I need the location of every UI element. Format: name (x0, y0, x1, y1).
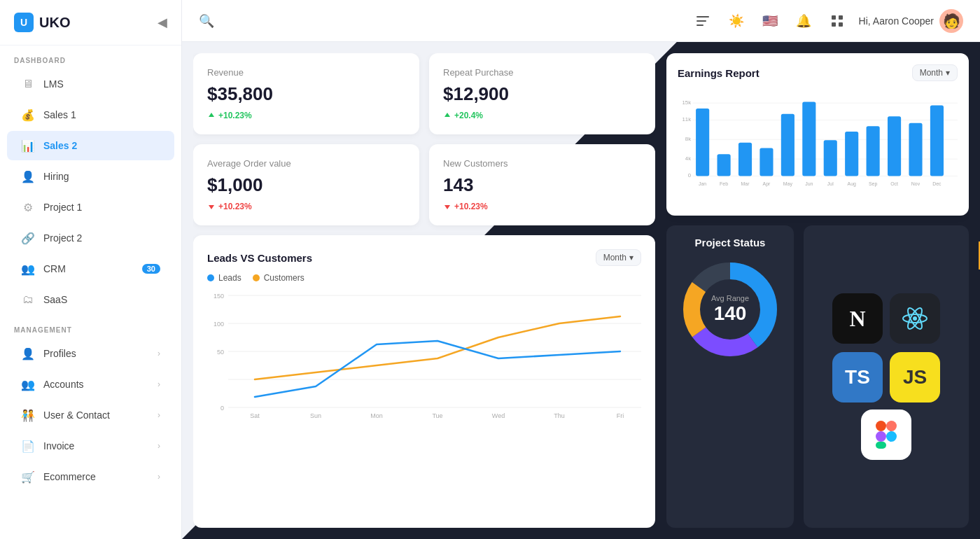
sidebar-item-invoice[interactable]: 📄 Invoice › (7, 431, 174, 461)
bell-icon-button[interactable]: 🔔 (792, 9, 816, 33)
sidebar-item-profiles[interactable]: 👤 Profiles › (7, 339, 174, 368)
crm-badge: 30 (142, 264, 160, 274)
project-status-title: Project Status (695, 237, 766, 248)
earnings-bar-chart: 15k 11k 8k 4k 0 (678, 90, 958, 202)
svg-rect-67 (876, 431, 886, 442)
new-customers-label: New Customers (443, 158, 641, 169)
sidebar-item-label: User & Contact (43, 410, 149, 421)
donut-avg-label: Avg Range (711, 294, 749, 302)
sidebar-item-accounts[interactable]: 👥 Accounts › (7, 370, 174, 399)
hiring-icon: 👤 (21, 169, 35, 183)
logo: U UKO (14, 13, 70, 32)
svg-text:100: 100 (214, 321, 224, 328)
bottom-right-section: Project Status (666, 225, 969, 528)
ts-icon-box[interactable]: TS (832, 352, 883, 402)
leads-month-selector[interactable]: Month ▾ (596, 249, 641, 266)
sidebar-item-saas[interactable]: 🗂 SaaS (7, 285, 174, 314)
js-icon-box[interactable]: JS (890, 352, 940, 402)
donut-chart: Avg Range 140 (678, 257, 783, 362)
svg-text:Feb: Feb (720, 181, 728, 186)
sidebar-logo: U UKO ◀ (0, 0, 181, 46)
figma-icon (876, 421, 897, 449)
svg-rect-39 (824, 140, 837, 176)
sidebar-item-user-contact[interactable]: 🧑‍🤝‍🧑 User & Contact › (7, 400, 174, 430)
svg-rect-1 (696, 20, 706, 22)
sidebar-item-label: Ecommerce (43, 471, 149, 482)
svg-text:Oct: Oct (890, 181, 898, 186)
avg-order-card: Average Order value $1,000 +10.23% (193, 144, 419, 225)
sidebar-item-sales1[interactable]: 💰 Sales 1 (7, 100, 174, 130)
svg-text:Jul: Jul (827, 181, 834, 186)
nextjs-label: N (849, 306, 865, 332)
lms-icon: 🖥 (21, 77, 35, 91)
svg-text:8k: 8k (685, 136, 691, 142)
svg-text:Sat: Sat (250, 412, 260, 419)
theme-toggle-button[interactable]: ☀️ (724, 9, 748, 33)
sidebar-item-label: LMS (43, 78, 160, 90)
svg-rect-34 (718, 154, 731, 176)
react-icon-box[interactable] (890, 293, 940, 344)
svg-rect-5 (832, 22, 836, 27)
leads-legend-label: Leads (218, 273, 241, 283)
leads-chart-header: Leads VS Customers Month ▾ (207, 249, 641, 266)
svg-text:Nov: Nov (911, 181, 920, 186)
nextjs-icon-box[interactable]: N (832, 293, 883, 344)
revenue-change: +10.23% (207, 111, 405, 120)
collapse-button[interactable]: ◀ (158, 15, 167, 30)
donut-avg-value: 140 (711, 302, 749, 325)
sidebar-item-project2[interactable]: 🔗 Project 2 (7, 223, 174, 253)
invoice-icon: 📄 (21, 439, 35, 453)
svg-rect-4 (839, 15, 843, 20)
earnings-month-selector[interactable]: Month ▾ (912, 64, 958, 81)
sidebar-item-label: Project 1 (43, 202, 160, 213)
svg-rect-43 (909, 123, 922, 176)
tech-icons-row: N (832, 293, 940, 344)
svg-text:Jan: Jan (699, 181, 706, 186)
js-label: JS (903, 366, 927, 388)
tech-icons-card: N (804, 225, 969, 528)
sales1-icon: 💰 (21, 108, 35, 122)
sidebar-item-sales2[interactable]: 📊 Sales 2 (7, 131, 174, 160)
svg-rect-68 (886, 431, 897, 442)
svg-text:11k: 11k (682, 116, 692, 122)
right-content: Earnings Report Month ▾ 15k 11k 8k 4k 0 (666, 53, 969, 528)
chevron-right-icon: › (158, 410, 160, 420)
svg-text:Wed: Wed (492, 412, 505, 419)
header-actions: ☀️ 🇺🇸 🔔 Hi, Aaron Cooper 🧑 (691, 9, 963, 33)
flag-icon-button[interactable]: 🇺🇸 (758, 9, 782, 33)
menu-icon-button[interactable] (691, 9, 715, 33)
svg-text:Tue: Tue (432, 412, 442, 419)
search-icon: 🔍 (199, 13, 214, 29)
apps-grid-button[interactable] (825, 9, 849, 33)
svg-rect-44 (930, 106, 944, 176)
tech-icons-row2: TS JS (815, 352, 958, 460)
sidebar-item-label: Sales 2 (43, 140, 160, 151)
sidebar-item-crm[interactable]: 👥 CRM 30 (7, 254, 174, 284)
sidebar-item-hiring[interactable]: 👤 Hiring (7, 162, 174, 191)
svg-text:4k: 4k (685, 155, 691, 162)
svg-text:50: 50 (217, 349, 224, 356)
stats-grid: Revenue $35,800 +10.23% Repeat Purchase … (193, 53, 655, 225)
customers-dot (253, 274, 260, 281)
accounts-icon: 👥 (21, 377, 35, 391)
user-greeting[interactable]: Hi, Aaron Cooper 🧑 (859, 9, 963, 33)
earnings-title: Earnings Report (678, 67, 760, 79)
svg-rect-42 (888, 116, 901, 176)
search-box: 🔍 (199, 13, 680, 29)
logo-icon: U (14, 13, 34, 32)
sidebar: U UKO ◀ DASHBOARD 🖥 LMS 💰 Sales 1 📊 Sale… (0, 0, 182, 539)
header: 🔍 ☀️ 🇺🇸 🔔 Hi, Aaron Cooper 🧑 (182, 0, 980, 42)
avg-order-value: $1,000 (207, 174, 405, 196)
sidebar-item-ecommerce[interactable]: 🛒 Ecommerce › (7, 462, 174, 491)
sidebar-item-project1[interactable]: ⚙ Project 1 (7, 192, 174, 222)
svg-text:0: 0 (220, 405, 224, 412)
svg-text:Sep: Sep (869, 181, 877, 187)
sidebar-item-label: Sales 1 (43, 109, 160, 120)
arrow-up-icon (443, 111, 451, 120)
new-customers-card: New Customers 143 +10.23% (429, 144, 655, 225)
dashboard-section-label: DASHBOARD (0, 46, 181, 69)
figma-icon-box[interactable] (861, 410, 911, 460)
chevron-right-icon: › (158, 472, 160, 482)
sidebar-item-lms[interactable]: 🖥 LMS (7, 69, 174, 99)
svg-rect-33 (696, 108, 709, 176)
